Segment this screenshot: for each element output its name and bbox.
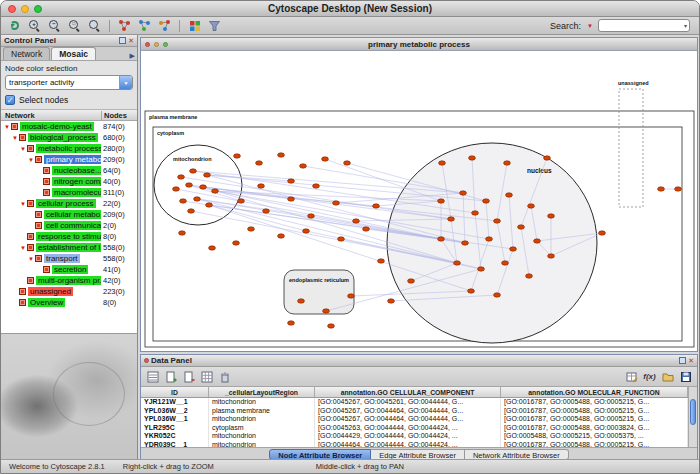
network-node[interactable] [212, 189, 219, 193]
network-node[interactable] [454, 261, 461, 265]
network-node[interactable] [194, 197, 201, 201]
network-node[interactable] [178, 175, 185, 179]
network-node[interactable] [234, 154, 241, 158]
network-node[interactable] [506, 193, 513, 197]
network-node[interactable] [504, 161, 511, 165]
node-color-select[interactable]: transporter activity ▼ [5, 75, 133, 90]
tree-expander-icon[interactable]: ▼ [19, 245, 27, 251]
import-attributes-icon[interactable] [660, 369, 675, 384]
network-node[interactable] [544, 156, 551, 160]
cell-id[interactable]: YLR295C [141, 424, 209, 433]
network-node[interactable] [534, 239, 541, 243]
tree-row-secretion[interactable]: secretion41(0) [1, 264, 137, 275]
network-node[interactable] [288, 179, 295, 183]
cell[interactable]: mitochondrion [209, 415, 315, 424]
network-node[interactable] [188, 209, 195, 213]
network-node[interactable] [173, 187, 180, 191]
network-node[interactable] [494, 293, 501, 297]
float-panel-icon[interactable] [679, 357, 686, 364]
network-node[interactable] [233, 241, 240, 245]
network-node[interactable] [528, 204, 535, 208]
network-node[interactable] [300, 164, 307, 168]
select-attributes-icon[interactable] [145, 369, 160, 384]
close-panel-icon[interactable]: ✕ [128, 37, 134, 44]
tree-row-unassigned[interactable]: unassigned223(0) [1, 286, 137, 297]
network-node[interactable] [348, 294, 355, 298]
network-node[interactable] [462, 241, 469, 245]
panel-close-icon[interactable] [144, 358, 149, 363]
table-row[interactable]: YDR039C__1mitochondrion[GO:0044464, GO:0… [141, 441, 688, 448]
network-node[interactable] [658, 187, 665, 191]
network-node[interactable] [353, 219, 360, 223]
column-header-annotation-go-molecular-function[interactable]: annotation.GO MOLECULAR_FUNCTION [501, 387, 688, 397]
close-window-button[interactable] [8, 5, 16, 13]
tree-expander-icon[interactable]: ▼ [19, 201, 27, 207]
annotation-icon[interactable] [156, 18, 173, 33]
cell-id[interactable]: YPL036W__1 [141, 415, 209, 424]
cell[interactable]: [GO:0044464, GO:0044444, GO:0044424, ... [315, 441, 501, 448]
network-overview-thumbnail[interactable] [1, 333, 137, 459]
table-row[interactable]: YPL036W__2plasma membrane[GO:0045267, GO… [141, 407, 688, 416]
network-node[interactable] [209, 246, 216, 250]
minimize-window-button[interactable] [21, 5, 29, 13]
network-node[interactable] [204, 173, 211, 177]
tab-network-attribute-browser[interactable]: Network Attribute Browser [465, 449, 569, 460]
zoom-in-icon[interactable]: + [26, 18, 43, 33]
network-node[interactable] [373, 204, 380, 208]
tab-scroll-right-icon[interactable]: ▶ [130, 52, 135, 60]
frame-maximize-icon[interactable] [163, 42, 168, 47]
network-node[interactable] [248, 227, 255, 231]
cell[interactable]: [GO:0044429, GO:0044444, GO:0044424, ... [315, 432, 501, 441]
network-node[interactable] [288, 197, 295, 201]
tree-expander-icon[interactable]: ▼ [27, 157, 35, 163]
network-node[interactable] [180, 199, 187, 203]
tree-row-nucleobase[interactable]: nucleobase...64(0) [1, 165, 137, 176]
cell[interactable]: [GO:0045267, GO:0045261, GO:0044444, G..… [315, 398, 501, 407]
table-scrollbar[interactable] [688, 387, 697, 447]
network-node[interactable] [278, 234, 285, 238]
search-dropdown-icon[interactable]: ▾ [684, 22, 689, 29]
cell[interactable]: mitochondrion [209, 441, 315, 448]
network-node[interactable] [438, 199, 445, 203]
cell[interactable]: [GO:0005488, GO:0005215, GO:0005375, ... [501, 432, 688, 441]
network-node[interactable] [486, 237, 493, 241]
zoom-out-icon[interactable]: − [46, 18, 63, 33]
table-row[interactable]: YJR121W__1mitochondrion[GO:0045267, GO:0… [141, 398, 688, 407]
network-node[interactable] [338, 237, 345, 241]
zoom-selected-region-icon[interactable]: □ [66, 18, 83, 33]
network-node[interactable] [518, 225, 525, 229]
trash-icon[interactable] [217, 369, 232, 384]
frame-close-icon[interactable] [145, 42, 150, 47]
new-network-from-selection-icon[interactable] [136, 18, 153, 33]
network-node[interactable] [378, 259, 385, 263]
network-node[interactable] [179, 231, 186, 235]
tree-row-response-to-stimu[interactable]: response to stimu...8(0) [1, 231, 137, 242]
network-canvas-svg[interactable]: plasma membranecytoplasmmitochondrionnuc… [141, 51, 697, 351]
tree-row-macromolecule[interactable]: macromolecule...311(0) [1, 187, 137, 198]
cell[interactable]: [GO:0016787, GO:0005488, GO:0005215, G..… [501, 441, 688, 448]
search-input[interactable] [599, 20, 684, 31]
data-panel-titlebar[interactable]: Data Panel ✕ [141, 355, 697, 367]
formula-builder-icon[interactable]: f(x) [642, 369, 657, 384]
tree-row-cell-communica[interactable]: cell communica...2(0) [1, 220, 137, 231]
network-node[interactable] [468, 289, 475, 293]
cell[interactable]: [GO:0045263, GO:0044444, GO:0044424, ... [315, 424, 501, 433]
scrollbar-thumb[interactable] [690, 399, 696, 425]
table-row[interactable]: YKR052Cmitochondrion[GO:0044429, GO:0044… [141, 432, 688, 441]
network-node[interactable] [502, 261, 509, 265]
cell[interactable]: [GO:0016787, GO:0005488, GO:0005215, G..… [501, 407, 688, 416]
cell-id[interactable]: YKR052C [141, 432, 209, 441]
network-node[interactable] [363, 227, 370, 231]
network-node[interactable] [483, 199, 490, 203]
cell[interactable]: [GO:0016787, GO:0005488, GO:0003824, G..… [501, 424, 688, 433]
zoom-window-button[interactable] [34, 5, 42, 13]
filter-icon[interactable] [206, 18, 223, 33]
tab-mosaic[interactable]: Mosaic [51, 47, 96, 60]
cell[interactable]: [GO:0016787, GO:0005488, GO:0005215, G..… [501, 415, 688, 424]
network-node[interactable] [238, 199, 245, 203]
network-node[interactable] [258, 184, 265, 188]
vizmapper-icon[interactable] [186, 18, 203, 33]
tree-expander-icon[interactable]: ▼ [27, 256, 35, 262]
cell-id[interactable]: YJR121W__1 [141, 398, 209, 407]
refresh-icon[interactable] [6, 18, 23, 33]
